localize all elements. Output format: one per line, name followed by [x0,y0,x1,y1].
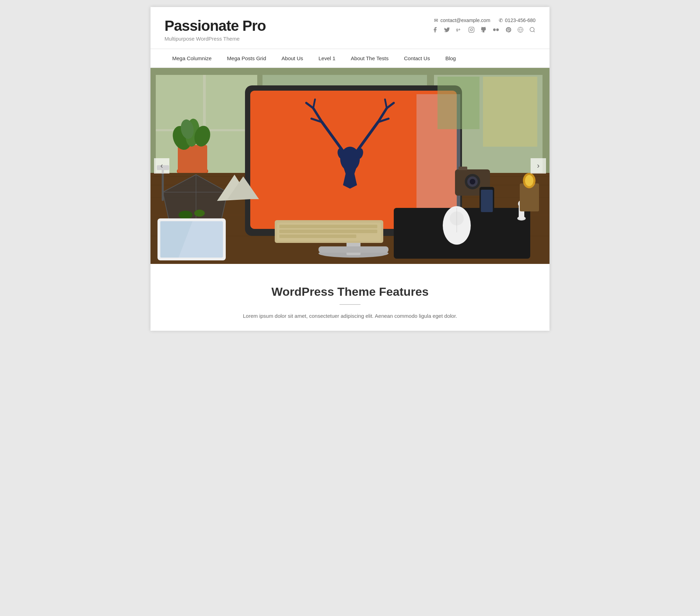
svg-point-5 [496,28,499,31]
github-link[interactable] [480,27,486,33]
features-divider [340,304,360,305]
email-address: contact@example.com [440,18,490,23]
site-wrapper: Passionate Pro Multipurpose WordPress Th… [150,7,550,331]
slider-next-button[interactable]: › [531,158,546,174]
svg-line-8 [533,31,534,32]
phone-info: ✆ 0123-456-680 [499,18,536,23]
header-right: ✉ contact@example.com ✆ 0123-456-680 g+ [432,18,536,33]
svg-rect-86 [483,77,537,147]
features-section: WordPress Theme Features Lorem ipsum dol… [150,264,550,331]
nav-link-mega-posts-grid[interactable]: Mega Posts Grid [219,49,274,68]
nav-link-contact-us[interactable]: Contact Us [396,49,438,68]
nav-item-level1: Level 1 [311,49,343,68]
wordpress-link[interactable] [517,27,524,33]
googleplus-link[interactable]: g+ [456,27,463,33]
svg-rect-84 [481,190,493,212]
nav-item-mega-posts-grid: Mega Posts Grid [219,49,274,68]
site-branding: Passionate Pro Multipurpose WordPress Th… [164,18,266,42]
svg-rect-85 [438,77,479,129]
slider-prev-button[interactable]: ‹ [154,158,169,174]
svg-rect-30 [318,246,388,253]
site-header: Passionate Pro Multipurpose WordPress Th… [150,7,550,49]
svg-point-2 [470,29,472,31]
svg-rect-78 [162,169,164,201]
hero-slider: ‹ › [150,68,550,264]
svg-rect-1 [469,27,474,33]
svg-point-63 [194,210,205,217]
nav-link-mega-columnize[interactable]: Mega Columnize [164,49,219,68]
flickr-link[interactable] [492,27,500,33]
features-description: Lorem ipsum dolor sit amet, consectetuer… [220,312,479,320]
svg-point-82 [525,175,533,186]
nav-item-contact-us: Contact Us [396,49,438,68]
nav-item-mega-columnize: Mega Columnize [164,49,219,68]
instagram-link[interactable] [468,27,475,33]
nav-list: Mega Columnize Mega Posts Grid About Us … [164,49,536,68]
phone-number: 0123-456-680 [505,18,536,23]
features-title: WordPress Theme Features [164,285,536,299]
svg-rect-74 [458,167,467,170]
nav-item-about-us: About Us [274,49,311,68]
svg-rect-51 [279,225,377,228]
svg-rect-52 [279,230,377,233]
nav-link-about-the-tests[interactable]: About The Tests [343,49,396,68]
twitter-link[interactable] [444,27,450,33]
svg-point-73 [470,179,475,184]
svg-text:g+: g+ [456,27,461,31]
site-title: Passionate Pro [164,18,266,34]
email-icon: ✉ [434,18,438,23]
contact-info: ✉ contact@example.com ✆ 0123-456-680 [434,18,536,23]
site-nav: Mega Columnize Mega Posts Grid About Us … [150,49,550,68]
svg-point-3 [472,28,473,29]
site-tagline: Multipurpose WordPress Theme [164,36,266,42]
svg-rect-53 [279,234,356,238]
pinterest-link[interactable] [505,27,512,33]
facebook-link[interactable] [432,27,438,33]
phone-icon: ✆ [499,18,503,23]
nav-item-about-the-tests: About The Tests [343,49,396,68]
nav-link-blog[interactable]: Blog [438,49,463,68]
email-info: ✉ contact@example.com [434,18,490,23]
nav-link-about-us[interactable]: About Us [274,49,311,68]
svg-point-4 [493,28,496,31]
social-icons: g+ [432,27,536,33]
nav-item-blog: Blog [438,49,463,68]
nav-link-level1[interactable]: Level 1 [311,49,343,68]
svg-point-7 [530,27,534,31]
search-link[interactable] [529,27,536,33]
svg-point-62 [178,211,192,219]
